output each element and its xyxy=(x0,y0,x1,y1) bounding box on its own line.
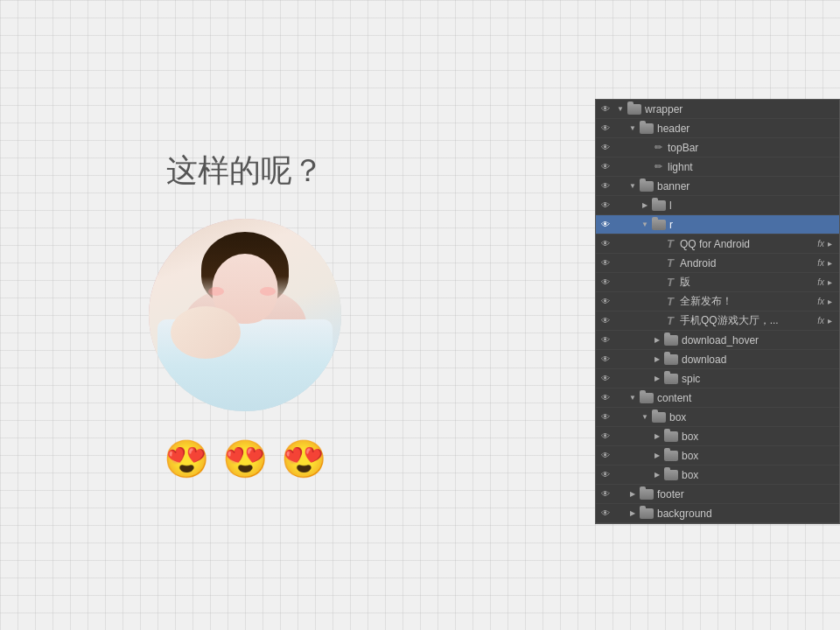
layer-row-header[interactable]: 👁header xyxy=(596,119,839,138)
emoji-2: 😍 xyxy=(222,438,268,480)
eye-icon[interactable]: 👁 xyxy=(596,388,615,408)
folder-icon xyxy=(664,431,678,442)
collapse-triangle[interactable] xyxy=(652,316,662,326)
collapse-triangle[interactable] xyxy=(652,470,662,480)
layer-row-box2[interactable]: 👁box xyxy=(596,446,839,466)
eye-icon[interactable]: 👁 xyxy=(596,138,615,158)
eye-icon[interactable]: 👁 xyxy=(596,100,615,119)
layer-row-wrapper[interactable]: 👁wrapper xyxy=(596,100,839,119)
eye-icon[interactable]: 👁 xyxy=(596,504,615,523)
layer-row-box3[interactable]: 👁box xyxy=(596,466,839,485)
collapse-triangle[interactable] xyxy=(640,412,650,423)
folder-icon xyxy=(652,220,666,230)
layer-row-l[interactable]: 👁l xyxy=(596,196,839,215)
layer-name: 全新发布！ xyxy=(680,294,814,309)
pen-icon: ✏ xyxy=(652,142,664,154)
folder-icon xyxy=(640,508,654,519)
folder-icon xyxy=(640,123,654,134)
collapse-triangle[interactable] xyxy=(640,220,650,230)
layer-name: box xyxy=(669,411,836,424)
layer-name: download_hover xyxy=(682,334,836,346)
eye-icon[interactable]: 👁 xyxy=(596,158,615,177)
collapse-triangle[interactable] xyxy=(652,354,662,365)
layer-row-xinfa[interactable]: 👁T全新发布！fx▸ xyxy=(596,292,839,312)
layer-row-box1[interactable]: 👁box xyxy=(596,427,839,446)
layer-row-ban[interactable]: 👁T版fx▸ xyxy=(596,273,839,292)
collapse-triangle[interactable] xyxy=(652,297,662,307)
layer-row-footer[interactable]: 👁footer xyxy=(596,485,839,504)
layer-row-content[interactable]: 👁content xyxy=(596,388,839,408)
eye-icon[interactable]: 👁 xyxy=(596,177,615,196)
layer-row-background[interactable]: 👁background xyxy=(596,504,839,523)
collapse-triangle[interactable] xyxy=(652,451,662,461)
layer-row-qq_android[interactable]: 👁TQQ for Androidfx▸ xyxy=(596,234,839,254)
eye-icon[interactable]: 👁 xyxy=(596,119,615,138)
text-layer-icon: T xyxy=(664,296,676,308)
left-content: 这样的呢？ 😍 😍 😍 xyxy=(0,0,490,630)
collapse-triangle[interactable] xyxy=(652,258,662,269)
eye-icon[interactable]: 👁 xyxy=(596,427,615,446)
fx-arrow: ▸ xyxy=(828,277,832,287)
fx-badge: fx xyxy=(817,239,824,248)
eye-icon[interactable]: 👁 xyxy=(596,331,615,350)
eye-icon[interactable]: 👁 xyxy=(596,408,615,427)
eye-icon[interactable]: 👁 xyxy=(596,446,615,466)
eye-icon[interactable]: 👁 xyxy=(596,234,615,254)
eye-icon[interactable]: 👁 xyxy=(596,369,615,388)
collapse-triangle[interactable] xyxy=(640,143,650,153)
layer-name: background xyxy=(657,508,836,520)
collapse-triangle[interactable] xyxy=(640,162,650,172)
collapse-triangle[interactable] xyxy=(627,508,638,519)
layer-row-android[interactable]: 👁TAndroidfx▸ xyxy=(596,254,839,273)
collapse-triangle[interactable] xyxy=(615,104,626,115)
text-layer-icon: T xyxy=(664,276,676,289)
eye-icon[interactable]: 👁 xyxy=(596,292,615,312)
layer-name: topBar xyxy=(668,142,836,154)
eye-icon[interactable]: 👁 xyxy=(596,312,615,331)
layer-row-topBar[interactable]: 👁✏topBar xyxy=(596,138,839,158)
folder-icon xyxy=(652,200,666,211)
layer-row-spic[interactable]: 👁spic xyxy=(596,369,839,388)
layer-row-box_parent[interactable]: 👁box xyxy=(596,408,839,427)
layer-name: r xyxy=(669,219,836,231)
folder-icon xyxy=(640,393,654,403)
collapse-triangle[interactable] xyxy=(652,374,662,384)
layer-row-download[interactable]: 👁download xyxy=(596,350,839,369)
collapse-triangle[interactable] xyxy=(627,181,638,192)
emoji-1: 😍 xyxy=(164,438,209,480)
text-layer-icon: T xyxy=(664,315,676,327)
layer-name: Android xyxy=(680,257,814,270)
eye-icon[interactable]: 👁 xyxy=(596,273,615,292)
layer-row-r[interactable]: 👁r xyxy=(596,215,839,234)
collapse-triangle[interactable] xyxy=(640,200,650,211)
layer-name: 手机QQ游戏大厅，... xyxy=(680,313,814,328)
folder-icon xyxy=(664,335,678,346)
layer-name: l xyxy=(669,200,836,212)
eye-icon[interactable]: 👁 xyxy=(596,254,615,273)
layer-row-lighnt[interactable]: 👁✏lighnt xyxy=(596,158,839,177)
layer-row-banner[interactable]: 👁banner xyxy=(596,177,839,196)
fx-arrow: ▸ xyxy=(828,258,832,268)
fx-badge: fx xyxy=(817,258,824,268)
collapse-triangle[interactable] xyxy=(627,123,638,134)
fx-arrow: ▸ xyxy=(828,239,832,248)
collapse-triangle[interactable] xyxy=(652,239,662,249)
layers-panel: 👁wrapper👁header👁✏topBar👁✏lighnt👁banner👁l… xyxy=(595,99,840,524)
layer-name: box xyxy=(682,469,836,481)
fx-badge: fx xyxy=(817,297,824,306)
folder-icon xyxy=(664,470,678,480)
layer-name: spic xyxy=(682,373,836,385)
eye-icon[interactable]: 👁 xyxy=(596,215,615,234)
collapse-triangle[interactable] xyxy=(652,277,662,288)
layer-row-download_hover[interactable]: 👁download_hover xyxy=(596,331,839,350)
collapse-triangle[interactable] xyxy=(652,431,662,442)
folder-icon xyxy=(640,181,654,192)
eye-icon[interactable]: 👁 xyxy=(596,196,615,215)
collapse-triangle[interactable] xyxy=(627,393,638,403)
eye-icon[interactable]: 👁 xyxy=(596,466,615,485)
collapse-triangle[interactable] xyxy=(627,489,638,500)
layer-row-shouji[interactable]: 👁T手机QQ游戏大厅，...fx▸ xyxy=(596,312,839,331)
collapse-triangle[interactable] xyxy=(652,335,662,346)
eye-icon[interactable]: 👁 xyxy=(596,485,615,504)
eye-icon[interactable]: 👁 xyxy=(596,350,615,369)
